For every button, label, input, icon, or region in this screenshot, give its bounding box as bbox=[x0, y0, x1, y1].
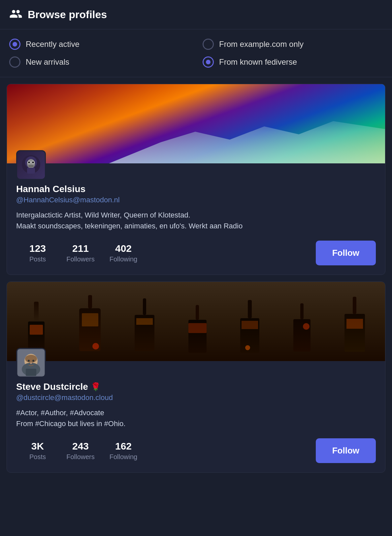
profile-card-steve: Steve Dustcircle 🌹 @dustcircle@mastodon.… bbox=[7, 282, 385, 473]
radio-from-fediverse[interactable] bbox=[203, 56, 214, 68]
hannah-name-row: Hannah Celsius bbox=[16, 184, 376, 194]
steve-stats: 3K Posts 243 Followers 162 Following Fol… bbox=[16, 438, 376, 463]
filter-from-example-label: From example.com only bbox=[219, 40, 304, 49]
radio-recently-active[interactable] bbox=[9, 39, 20, 50]
hannah-avatar-image bbox=[18, 152, 44, 178]
hannah-avatar-wrapper bbox=[16, 150, 376, 180]
filter-new-arrivals[interactable]: New arrivals bbox=[9, 56, 189, 68]
hannah-followers-stat: 211 Followers bbox=[59, 243, 102, 263]
hannah-posts-label: Posts bbox=[16, 255, 59, 263]
steve-name: Steve Dustcircle bbox=[16, 382, 88, 392]
profiles-list: Hannah Celsius @HannahCelsius@mastodon.n… bbox=[0, 77, 392, 479]
steve-info: Steve Dustcircle 🌹 @dustcircle@mastodon.… bbox=[7, 348, 385, 472]
hannah-bio: Intergalactictic Artist, Wild Writer, Qu… bbox=[16, 210, 376, 231]
svg-rect-16 bbox=[26, 369, 36, 376]
radio-new-arrivals[interactable] bbox=[9, 56, 20, 68]
steve-following-value: 162 bbox=[102, 441, 145, 452]
steve-following-stat: 162 Following bbox=[102, 441, 145, 461]
profile-card-hannah: Hannah Celsius @HannahCelsius@mastodon.n… bbox=[7, 84, 385, 275]
steve-posts-label: Posts bbox=[16, 453, 59, 461]
steve-emoji: 🌹 bbox=[91, 382, 101, 391]
people-icon bbox=[9, 7, 22, 22]
steve-name-row: Steve Dustcircle 🌹 bbox=[16, 382, 376, 392]
svg-rect-8 bbox=[27, 168, 35, 174]
steve-avatar-image bbox=[18, 350, 44, 376]
svg-point-5 bbox=[28, 161, 30, 163]
page-title: Browse profiles bbox=[28, 9, 107, 21]
steve-bio-line1: #Actor, #Author, #Advocate bbox=[16, 409, 104, 417]
filter-new-arrivals-label: New arrivals bbox=[26, 57, 69, 67]
svg-point-14 bbox=[32, 360, 34, 362]
svg-point-12 bbox=[25, 355, 37, 363]
hannah-following-label: Following bbox=[102, 255, 145, 263]
svg-point-15 bbox=[30, 362, 32, 364]
hannah-posts-stat: 123 Posts bbox=[16, 243, 59, 263]
svg-point-13 bbox=[28, 360, 30, 362]
steve-avatar bbox=[16, 348, 46, 378]
hannah-handle[interactable]: @HannahCelsius@mastodon.nl bbox=[16, 196, 376, 204]
steve-avatar-wrapper bbox=[16, 348, 376, 378]
steve-handle[interactable]: @dustcircle@mastodon.cloud bbox=[16, 393, 376, 402]
steve-follow-button[interactable]: Follow bbox=[316, 438, 376, 463]
steve-posts-value: 3K bbox=[16, 441, 59, 452]
filters-section: Recently active From example.com only Ne… bbox=[0, 29, 392, 77]
steve-bio-line2: From #Chicago but lives in #Ohio. bbox=[16, 419, 125, 428]
filter-recently-active-label: Recently active bbox=[26, 40, 80, 49]
steve-followers-label: Followers bbox=[59, 453, 102, 461]
steve-posts-stat: 3K Posts bbox=[16, 441, 59, 461]
hannah-info: Hannah Celsius @HannahCelsius@mastodon.n… bbox=[7, 150, 385, 275]
hannah-stats: 123 Posts 211 Followers 402 Following Fo… bbox=[16, 241, 376, 265]
page-header: Browse profiles bbox=[0, 0, 392, 29]
svg-point-6 bbox=[32, 161, 34, 163]
steve-bio: #Actor, #Author, #Advocate From #Chicago… bbox=[16, 407, 376, 429]
hannah-bio-line1: Intergalactictic Artist, Wild Writer, Qu… bbox=[16, 211, 190, 219]
svg-rect-7 bbox=[28, 165, 34, 167]
filter-from-example[interactable]: From example.com only bbox=[203, 39, 383, 50]
hannah-name: Hannah Celsius bbox=[16, 184, 85, 194]
hannah-follow-button[interactable]: Follow bbox=[316, 241, 376, 265]
steve-followers-stat: 243 Followers bbox=[59, 441, 102, 461]
hannah-following-value: 402 bbox=[102, 243, 145, 254]
hannah-followers-value: 211 bbox=[59, 243, 102, 254]
hannah-followers-label: Followers bbox=[59, 255, 102, 263]
page-wrapper: Browse profiles Recently active From exa… bbox=[0, 0, 392, 479]
steve-followers-value: 243 bbox=[59, 441, 102, 452]
hannah-following-stat: 402 Following bbox=[102, 243, 145, 263]
hannah-avatar bbox=[16, 150, 46, 180]
hannah-bio-line2: Maakt soundscapes, tekeningen, animaties… bbox=[16, 222, 243, 230]
filter-from-fediverse[interactable]: From known fediverse bbox=[203, 56, 383, 68]
steve-following-label: Following bbox=[102, 453, 145, 461]
filter-recently-active[interactable]: Recently active bbox=[9, 39, 189, 50]
radio-from-example[interactable] bbox=[203, 39, 214, 50]
filter-from-fediverse-label: From known fediverse bbox=[219, 57, 297, 67]
hannah-posts-value: 123 bbox=[16, 243, 59, 254]
